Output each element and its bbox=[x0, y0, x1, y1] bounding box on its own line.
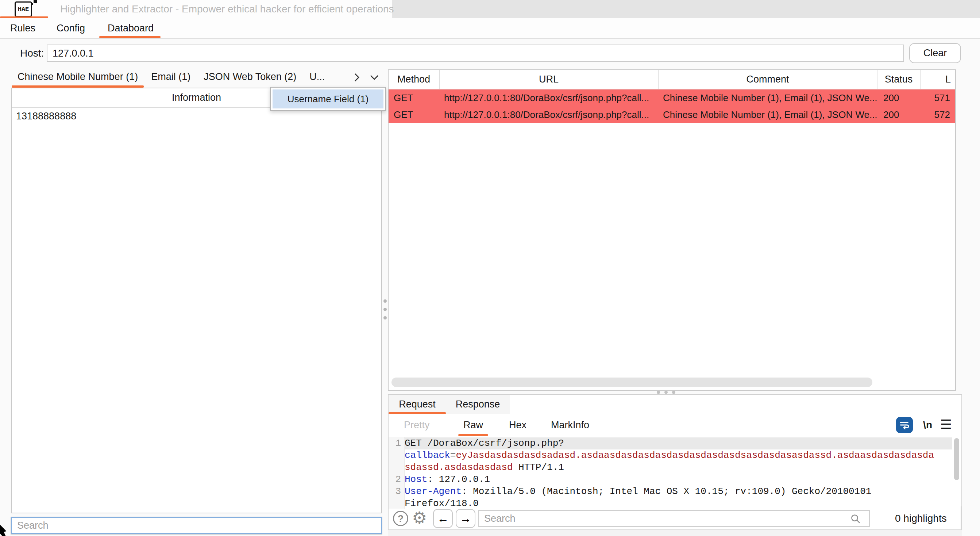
table-row[interactable]: GET http://127.0.0.1:80/DoraBox/csrf/jso… bbox=[388, 106, 955, 123]
search-icon bbox=[850, 514, 861, 524]
forward-arrow-button[interactable]: → bbox=[456, 509, 476, 528]
tab-overflow-controls bbox=[352, 72, 382, 83]
column-header-url[interactable]: URL bbox=[440, 70, 659, 89]
vertical-splitter-handle[interactable] bbox=[383, 299, 387, 319]
horizontal-scrollbar[interactable] bbox=[391, 378, 872, 387]
code-header-value: 127.0.0.1 bbox=[439, 474, 490, 485]
footer-separator bbox=[961, 506, 961, 531]
hamburger-menu-icon[interactable]: ☰ bbox=[940, 414, 952, 437]
code-line: 1 GET /DoraBox/csrf/jsonp.php?callback=e… bbox=[388, 437, 961, 474]
cell-status: 200 bbox=[878, 109, 921, 121]
code-line: 2 Host: 127.0.0.1 bbox=[388, 474, 961, 486]
cell-comment: Chinese Mobile Number (1), Email (1), JS… bbox=[659, 109, 878, 121]
highlights-count: 0 highlights bbox=[895, 509, 947, 528]
tab-request[interactable]: Request bbox=[388, 395, 446, 414]
column-header-method[interactable]: Method bbox=[388, 70, 440, 89]
datatype-tab-bar: Chinese Mobile Number (1) Email (1) JSON… bbox=[11, 68, 382, 87]
viewer-tab-bar: Request Response bbox=[388, 395, 961, 414]
clear-button[interactable]: Clear bbox=[909, 43, 961, 63]
line-content: Host: 127.0.0.1 bbox=[405, 474, 937, 486]
title-bar: HAE Highlighter and Extractor - Empower … bbox=[0, 0, 980, 18]
host-input[interactable] bbox=[47, 45, 904, 62]
newline-toggle[interactable]: \n bbox=[923, 414, 932, 437]
table-row[interactable]: GET http://127.0.0.1:80/DoraBox/csrf/jso… bbox=[388, 89, 955, 106]
tab-overflow-dropdown: Username Field (1) bbox=[270, 87, 386, 111]
tab-label: Response bbox=[456, 399, 500, 410]
cell-length: 572 bbox=[921, 109, 955, 121]
hae-logo-tab[interactable]: HAE bbox=[0, 0, 48, 18]
hae-logo-pixel bbox=[33, 0, 37, 3]
line-content: User-Agent: Mozilla/5.0 (Macintosh; Inte… bbox=[405, 486, 937, 509]
tab-response[interactable]: Response bbox=[446, 395, 510, 414]
column-header-comment[interactable]: Comment bbox=[659, 70, 878, 89]
mode-hex[interactable]: Hex bbox=[509, 414, 527, 437]
chevron-right-icon[interactable] bbox=[352, 72, 362, 83]
cell-method: GET bbox=[388, 109, 440, 121]
requests-table: Method URL Comment Status L GET http://1… bbox=[388, 69, 956, 391]
main-tab-bar: Rules Config Databoard bbox=[0, 18, 980, 39]
active-tab-underline bbox=[458, 434, 488, 436]
help-icon[interactable]: ? bbox=[393, 511, 408, 526]
mode-markinfo[interactable]: MarkInfo bbox=[551, 414, 589, 437]
code-header-value: Mozilla/5.0 (Macintosh; Intel Mac OS X 1… bbox=[405, 486, 877, 509]
hae-window: HAE Highlighter and Extractor - Empower … bbox=[0, 0, 980, 536]
code-text: : bbox=[427, 474, 439, 485]
tab-username-field-truncated[interactable]: U... bbox=[303, 68, 331, 87]
column-header-status[interactable]: Status bbox=[878, 70, 921, 89]
request-editor[interactable]: 1 GET /DoraBox/csrf/jsonp.php?callback=e… bbox=[388, 437, 961, 509]
code-header-name: User-Agent bbox=[405, 486, 461, 497]
line-content: GET /DoraBox/csrf/jsonp.php?callback=eyJ… bbox=[405, 437, 937, 474]
column-header-length[interactable]: L bbox=[921, 70, 955, 89]
chevron-down-icon[interactable] bbox=[369, 72, 380, 83]
mouse-cursor bbox=[0, 525, 7, 536]
tab-label: U... bbox=[309, 71, 325, 82]
app-title: Highlighter and Extractor - Empower ethi… bbox=[60, 0, 394, 18]
requests-table-header: Method URL Comment Status L bbox=[388, 70, 955, 89]
back-arrow-button[interactable]: ← bbox=[433, 509, 453, 528]
code-param-name: callback bbox=[405, 450, 450, 461]
tab-label: Request bbox=[399, 399, 436, 410]
code-header-name: Host bbox=[405, 474, 427, 485]
cell-status: 200 bbox=[878, 93, 921, 104]
hae-logo-pixel bbox=[31, 3, 33, 5]
information-search-input[interactable] bbox=[11, 517, 382, 534]
horizontal-splitter-handle[interactable] bbox=[657, 391, 675, 394]
information-table: Information 13188888888 bbox=[11, 88, 382, 514]
viewer-footer: ? ⚙ ← → 0 highlights bbox=[388, 509, 961, 530]
window-bottom-strip bbox=[388, 530, 962, 536]
tab-label: Email (1) bbox=[151, 71, 191, 82]
line-number: 1 bbox=[388, 437, 405, 474]
message-viewer: Request Response Pretty Raw Hex MarkInfo bbox=[388, 394, 962, 530]
tab-label: Chinese Mobile Number (1) bbox=[18, 71, 138, 82]
tab-chinese-mobile-number[interactable]: Chinese Mobile Number (1) bbox=[11, 68, 145, 87]
active-tab-underline bbox=[99, 36, 161, 38]
vertical-scrollbar[interactable] bbox=[954, 438, 959, 480]
cell-method: GET bbox=[388, 93, 440, 104]
gear-icon[interactable]: ⚙ bbox=[412, 508, 427, 529]
code-line: 3 User-Agent: Mozilla/5.0 (Macintosh; In… bbox=[388, 486, 961, 509]
line-number: 2 bbox=[388, 474, 405, 486]
editor-search-input[interactable] bbox=[478, 510, 870, 527]
mode-pretty[interactable]: Pretty bbox=[404, 414, 430, 437]
line-number: 3 bbox=[388, 486, 405, 509]
tab-json-web-token[interactable]: JSON Web Token (2) bbox=[197, 68, 303, 87]
code-param-value: eyJasdasdasdasdsadasd.asdaasdasdasdasdas… bbox=[405, 450, 934, 473]
word-wrap-button[interactable] bbox=[896, 417, 913, 433]
cell-comment: Chinese Mobile Number (1), Email (1), JS… bbox=[659, 93, 878, 104]
mode-raw[interactable]: Raw bbox=[463, 414, 483, 437]
tab-email[interactable]: Email (1) bbox=[145, 68, 197, 87]
dropdown-item-username-field[interactable]: Username Field (1) bbox=[272, 89, 383, 108]
tab-databoard[interactable]: Databoard bbox=[108, 18, 154, 38]
code-lines: 1 GET /DoraBox/csrf/jsonp.php?callback=e… bbox=[388, 437, 961, 509]
word-wrap-icon bbox=[899, 419, 910, 431]
titlebar-filler bbox=[392, 0, 980, 18]
code-text: : bbox=[461, 486, 473, 497]
code-text: HTTP/1.1 bbox=[512, 462, 564, 473]
tab-label: JSON Web Token (2) bbox=[204, 71, 296, 82]
cell-url: http://127.0.0.1:80/DoraBox/csrf/jsonp.p… bbox=[440, 93, 659, 104]
code-text: GET /DoraBox/csrf/jsonp.php? bbox=[405, 438, 564, 449]
tab-label: Raw bbox=[463, 420, 483, 431]
tab-config[interactable]: Config bbox=[57, 18, 85, 38]
code-text: = bbox=[450, 450, 456, 461]
tab-rules[interactable]: Rules bbox=[10, 18, 35, 38]
